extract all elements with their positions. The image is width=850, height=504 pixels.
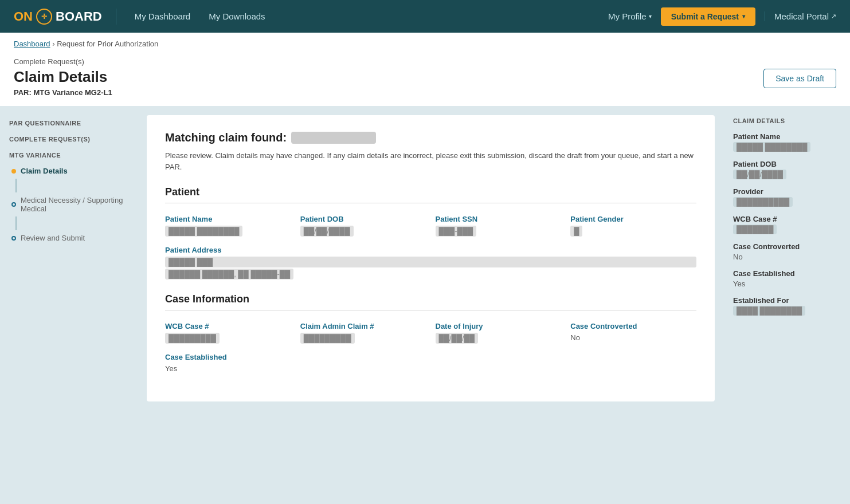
sidebar-complete-requests-label: COMPLETE REQUEST(S) bbox=[9, 136, 128, 143]
save-as-draft-button[interactable]: Save as Draft bbox=[763, 69, 836, 88]
sidebar-patient-dob-value: ██/██/████ bbox=[733, 170, 786, 179]
breadcrumb-dashboard[interactable]: Dashboard bbox=[14, 40, 50, 48]
claim-admin-value: █████████ bbox=[300, 333, 355, 344]
sidebar-dot-medical-necessity bbox=[11, 202, 16, 207]
case-established-value: Yes bbox=[165, 364, 177, 373]
sidebar-patient-dob-row: Patient DOB ██/██/████ bbox=[733, 160, 841, 179]
sidebar-case-controverted-row: Case Controverted No bbox=[733, 242, 841, 261]
patient-dob-label: Patient DOB bbox=[300, 215, 426, 223]
submit-request-label: Submit a Request bbox=[671, 12, 739, 21]
patient-section-title: Patient bbox=[165, 186, 696, 203]
patient-address-block: Patient Address █████ ███ ██████ ██████,… bbox=[165, 246, 696, 279]
sidebar-wcb-case-value: ███████ bbox=[733, 225, 777, 234]
breadcrumb-separator: › bbox=[52, 40, 57, 48]
sidebar-case-established-row: Case Established Yes bbox=[733, 269, 841, 288]
case-controverted-field: Case Controverted No bbox=[570, 322, 696, 344]
par-subtitle: PAR: MTG Variance MG2-L1 bbox=[14, 88, 112, 97]
sidebar-item-claim-details[interactable]: Claim Details bbox=[9, 163, 128, 179]
external-link-icon: ↗ bbox=[831, 13, 836, 20]
sidebar-established-for-label: Established For bbox=[733, 296, 841, 305]
page-header-left: Complete Request(s) Claim Details PAR: M… bbox=[14, 57, 112, 97]
case-fields-grid: WCB Case # █████████ Claim Admin Claim #… bbox=[165, 322, 696, 344]
sidebar-mtg-variance-label: MTG VARIANCE bbox=[9, 152, 128, 159]
patient-address-line2: ██████ ██████, ██ █████-██ bbox=[165, 269, 293, 279]
left-sidebar: PAR QUESTIONNAIRE COMPLETE REQUEST(S) MT… bbox=[0, 106, 138, 504]
case-controverted-label: Case Controverted bbox=[570, 322, 696, 330]
sidebar-provider-label: Provider bbox=[733, 187, 841, 196]
sidebar-item-medical-necessity[interactable]: Medical Necessity / Supporting Medical bbox=[9, 192, 128, 216]
sidebar-dot-claim-details bbox=[11, 169, 16, 174]
date-of-injury-label: Date of Injury bbox=[436, 322, 562, 330]
sidebar-par-questionnaire-label: PAR QUESTIONNAIRE bbox=[9, 120, 128, 127]
sidebar-label-medical-necessity: Medical Necessity / Supporting Medical bbox=[21, 196, 126, 213]
sidebar-dot-review-submit bbox=[11, 236, 16, 241]
sidebar-patient-name-label: Patient Name bbox=[733, 132, 841, 141]
wcb-case-label: WCB Case # bbox=[165, 322, 291, 330]
patient-dob-value: ██/██/████ bbox=[300, 226, 354, 237]
claim-notice: Please review. Claim details may have ch… bbox=[165, 150, 696, 172]
sidebar-connector-2 bbox=[15, 186, 17, 192]
complete-requests-label: Complete Request(s) bbox=[14, 57, 112, 66]
matching-claim-header: Matching claim found: ██████████ bbox=[165, 131, 696, 144]
chevron-down-icon: ▾ bbox=[742, 13, 745, 19]
sidebar-case-established-value: Yes bbox=[733, 279, 745, 288]
header: ON ✛ BOARD My Dashboard My Downloads My … bbox=[0, 0, 850, 33]
sidebar-case-established-label: Case Established bbox=[733, 269, 841, 278]
logo-icon: ✛ bbox=[36, 9, 52, 25]
logo: ON ✛ BOARD bbox=[14, 9, 116, 25]
sidebar-connector-1 bbox=[15, 179, 17, 186]
logo-board: BOARD bbox=[56, 9, 102, 24]
patient-address-label: Patient Address bbox=[165, 246, 696, 254]
page-header: Complete Request(s) Claim Details PAR: M… bbox=[0, 55, 850, 106]
patient-gender-label: Patient Gender bbox=[570, 215, 696, 223]
sidebar-patient-name-row: Patient Name █████ ████████ bbox=[733, 132, 841, 152]
breadcrumb-current: Request for Prior Authorization bbox=[57, 40, 158, 48]
patient-ssn-value: ███-███ bbox=[436, 226, 477, 237]
submit-request-button[interactable]: Submit a Request ▾ bbox=[661, 7, 755, 26]
nav-my-downloads[interactable]: My Downloads bbox=[209, 11, 265, 21]
sidebar-provider-value: ██████████ bbox=[733, 197, 793, 207]
patient-gender-field: Patient Gender █ bbox=[570, 215, 696, 237]
wcb-case-field: WCB Case # █████████ bbox=[165, 322, 291, 344]
date-of-injury-field: Date of Injury ██/██/██ bbox=[436, 322, 562, 344]
sidebar-case-controverted-value: No bbox=[733, 253, 743, 261]
claim-details-sidebar-title: CLAIM DETAILS bbox=[733, 117, 841, 124]
case-established-block: Case Established Yes bbox=[165, 353, 696, 373]
case-controverted-value: No bbox=[570, 333, 580, 342]
claim-id-blurred: ██████████ bbox=[291, 132, 376, 144]
sidebar-patient-dob-label: Patient DOB bbox=[733, 160, 841, 168]
wcb-case-value: █████████ bbox=[165, 333, 220, 344]
case-established-label: Case Established bbox=[165, 353, 696, 361]
main-layout: PAR QUESTIONNAIRE COMPLETE REQUEST(S) MT… bbox=[0, 106, 850, 504]
patient-name-value: █████ ████████ bbox=[165, 226, 242, 237]
page-title: Claim Details bbox=[14, 68, 112, 86]
patient-fields-grid: Patient Name █████ ████████ Patient DOB … bbox=[165, 215, 696, 237]
sidebar-item-review-submit[interactable]: Review and Submit bbox=[9, 230, 128, 246]
sidebar-provider-row: Provider ██████████ bbox=[733, 187, 841, 207]
logo-on: ON bbox=[14, 9, 33, 24]
patient-name-field: Patient Name █████ ████████ bbox=[165, 215, 291, 237]
sidebar-case-controverted-label: Case Controverted bbox=[733, 242, 841, 251]
matching-claim-label: Matching claim found: bbox=[165, 131, 287, 144]
medical-portal-link[interactable]: Medical Portal ↗ bbox=[765, 11, 836, 21]
sidebar-connector-3 bbox=[15, 216, 17, 223]
my-profile-button[interactable]: My Profile ▾ bbox=[608, 11, 652, 21]
sidebar-label-review-submit: Review and Submit bbox=[21, 234, 85, 242]
patient-address-line1: █████ ███ bbox=[165, 257, 696, 267]
sidebar-patient-name-value: █████ ████████ bbox=[733, 142, 810, 152]
header-right: My Profile ▾ Submit a Request ▾ Medical … bbox=[608, 7, 836, 26]
sidebar-wcb-case-row: WCB Case # ███████ bbox=[733, 215, 841, 234]
right-sidebar: CLAIM DETAILS Patient Name █████ ███████… bbox=[724, 106, 850, 504]
sidebar-label-claim-details: Claim Details bbox=[21, 167, 68, 175]
patient-ssn-field: Patient SSN ███-███ bbox=[436, 215, 562, 237]
case-section-title: Case Information bbox=[165, 293, 696, 310]
content-card: Matching claim found: ██████████ Please … bbox=[147, 115, 715, 401]
medical-portal-label: Medical Portal bbox=[774, 11, 829, 21]
patient-dob-field: Patient DOB ██/██/████ bbox=[300, 215, 426, 237]
patient-gender-value: █ bbox=[570, 226, 582, 237]
chevron-down-icon: ▾ bbox=[649, 13, 652, 19]
claim-admin-label: Claim Admin Claim # bbox=[300, 322, 426, 330]
nav-my-dashboard[interactable]: My Dashboard bbox=[135, 11, 191, 21]
claim-admin-field: Claim Admin Claim # █████████ bbox=[300, 322, 426, 344]
breadcrumb: Dashboard › Request for Prior Authorizat… bbox=[0, 33, 850, 55]
